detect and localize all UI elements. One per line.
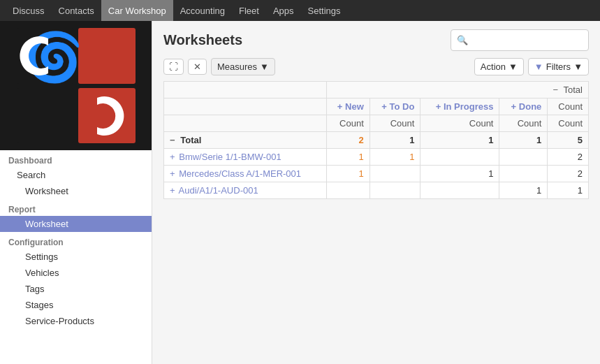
row-expand-icon[interactable]: + [170,168,175,179]
nav-car-workshop[interactable]: Car Workshop [101,0,173,21]
row-audi-link[interactable]: Audi/A1/1-AUD-001 [179,185,258,196]
row-bmw-todo: 1 [369,149,420,166]
row-audi-done: 1 [499,182,548,199]
row-merc-count: 2 [548,166,589,182]
row-audi-count: 1 [548,182,589,199]
row-audi-label: + Audi/A1/1-AUD-001 [164,182,327,199]
sidebar-item-vehicles[interactable]: Vehicles [0,265,152,281]
row-merc-label: + Mercedes/Class A/1-MER-001 [164,166,327,182]
total-count: 5 [548,132,589,149]
toolbar: ⛶ ✕ Measures ▼ Action ▼ ▼ Filters ▼ [163,58,589,75]
row-bmw-new: 1 [326,149,369,166]
row-audi-inprogress [420,182,499,199]
page-header: Worksheets 🔍 [163,29,589,51]
col-empty-header [164,99,327,115]
table-row: + Bmw/Serie 1/1-BMW-001 1 1 2 [164,149,589,166]
col-todo-sub: Count [369,115,420,132]
row-bmw-link[interactable]: Bmw/Serie 1/1-BMW-001 [179,152,281,162]
svg-text:🌀: 🌀 [24,29,83,85]
row-merc-done [499,166,548,182]
total-new: 2 [326,132,369,149]
svg-rect-2 [17,88,74,143]
col-new-header[interactable]: + New [326,99,369,115]
table-row: + Mercedes/Class A/1-MER-001 1 1 2 [164,166,589,182]
sidebar-item-settings[interactable]: Settings [0,249,152,265]
row-expand-icon[interactable]: + [170,185,175,196]
search-input[interactable] [471,32,583,48]
dashboard-header: Dashboard [0,150,152,167]
total-done: 1 [499,132,548,149]
row-bmw-count: 2 [548,149,589,166]
nav-contacts[interactable]: Contacts [52,0,101,21]
col-count-sub: Count [548,115,589,132]
svg-rect-1 [78,28,136,84]
sidebar: 🌀 Dashboard Search Worksheet Report Work… [0,21,152,364]
layout: 🌀 Dashboard Search Worksheet Report Work… [0,21,600,364]
table-row: + Audi/A1/1-AUD-001 1 1 [164,182,589,199]
top-nav: Discuss Contacts Car Workshop Accounting… [0,0,600,21]
logo-svg: 🌀 [17,28,136,143]
sidebar-item-search[interactable]: Search [0,167,152,183]
page-title: Worksheets [163,32,242,48]
nav-discuss[interactable]: Discuss [6,0,52,21]
total-group-header: − Total [326,82,589,99]
total-inprogress: 1 [420,132,499,149]
minus-collapse-icon[interactable]: − [553,85,559,95]
row-expand-icon[interactable]: + [170,152,175,162]
col-todo-header[interactable]: + To Do [369,99,420,115]
configuration-header: Configuration [0,232,152,249]
col-label-header [164,82,327,99]
nav-fleet[interactable]: Fleet [232,0,266,21]
row-bmw-inprogress [420,149,499,166]
row-merc-inprogress: 1 [420,166,499,182]
measures-button[interactable]: Measures ▼ [211,58,275,75]
filters-button[interactable]: ▼ Filters ▼ [528,58,589,75]
sidebar-item-tags[interactable]: Tags [0,281,152,297]
report-header: Report [0,199,152,216]
table-total-row: − Total 2 1 1 1 5 [164,132,589,149]
data-table: − Total + New + To Do + In Progress [163,81,589,199]
row-audi-todo [369,182,420,199]
app-logo: 🌀 [17,28,136,143]
col-done-header[interactable]: + Done [499,99,548,115]
filters-chevron-icon: ▼ [573,61,583,72]
row-merc-link[interactable]: Mercedes/Class A/1-MER-001 [179,168,301,179]
nav-apps[interactable]: Apps [266,0,301,21]
chevron-down-icon: ▼ [260,61,269,72]
col-count-header: Count [548,99,589,115]
total-todo: 1 [369,132,420,149]
filter-icon: ▼ [534,61,543,72]
col-new-sub: Count [326,115,369,132]
sidebar-item-search-worksheet[interactable]: Worksheet [0,183,152,199]
row-bmw-label: + Bmw/Serie 1/1-BMW-001 [164,149,327,166]
nav-accounting[interactable]: Accounting [173,0,232,21]
sidebar-item-report-worksheet[interactable]: Worksheet [0,216,152,232]
col-inprogress-header[interactable]: + In Progress [420,99,499,115]
sidebar-item-service-products[interactable]: Service-Products [0,313,152,329]
row-audi-new [326,182,369,199]
action-button[interactable]: Action ▼ [474,58,524,75]
search-icon: 🔍 [457,35,468,45]
row-merc-todo [369,166,420,182]
total-collapse-icon[interactable]: − [170,135,175,145]
close-view-btn[interactable]: ✕ [188,59,207,75]
expand-icon-btn[interactable]: ⛶ [163,59,184,75]
row-bmw-done [499,149,548,166]
col-done-sub: Count [499,115,548,132]
logo-area: 🌀 [0,21,152,150]
action-chevron-icon: ▼ [508,61,518,72]
col-inprogress-sub: Count [420,115,499,132]
sidebar-item-stages[interactable]: Stages [0,297,152,313]
nav-settings[interactable]: Settings [301,0,348,21]
col-sub-empty [164,115,327,132]
total-label: − Total [164,132,327,149]
row-merc-new: 1 [326,166,369,182]
main-content: Worksheets 🔍 ⛶ ✕ Measures ▼ Action ▼ ▼ F… [152,21,600,364]
